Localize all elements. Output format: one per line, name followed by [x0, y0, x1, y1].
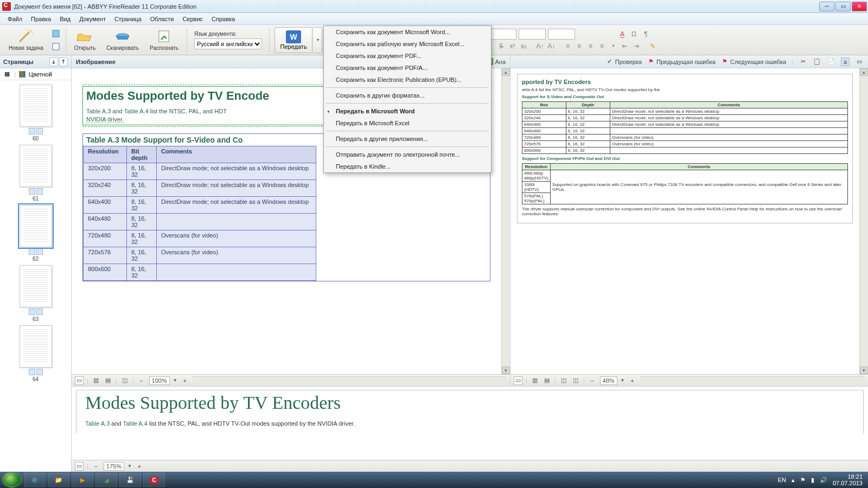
minimize-button[interactable]: ─ — [819, 2, 834, 11]
pages-tool-2[interactable]: ⤒ — [59, 57, 68, 66]
page-thumb[interactable]: 62 — [20, 205, 52, 262]
recognize-button[interactable]: Распознать — [145, 29, 183, 51]
maximize-button[interactable]: ▭ — [835, 2, 851, 11]
tzoom-in[interactable]: + — [628, 376, 637, 385]
rp-tool-3[interactable]: 📄 — [827, 57, 835, 66]
popup-save-epub[interactable]: Сохранить как Electronic Publication (EP… — [312, 74, 491, 86]
popup-send-other[interactable]: Передать в другие приложения... — [312, 133, 491, 145]
tray-flag-icon[interactable]: ⚑ — [800, 477, 806, 484]
tray-vol-icon[interactable]: 🔊 — [820, 477, 827, 484]
style-select[interactable] — [548, 29, 575, 40]
zoom-out[interactable]: − — [137, 376, 146, 385]
font-size-select[interactable] — [519, 29, 546, 40]
popup-save-pdfa[interactable]: Сохранить как документ PDF/A... — [312, 62, 491, 74]
align-left[interactable]: ≡ — [563, 41, 573, 51]
open-button[interactable]: Открыть — [70, 29, 100, 51]
task-ie[interactable]: e — [24, 473, 46, 487]
font-inc-button[interactable]: A↑ — [535, 41, 545, 51]
tzoom-value[interactable]: 48% — [600, 376, 617, 385]
menu-help[interactable]: Справка — [207, 15, 239, 23]
toolbar-small-2[interactable] — [50, 41, 62, 52]
tfoot-5[interactable]: ◫ — [571, 376, 580, 385]
strike-button[interactable]: S̶ — [496, 41, 506, 51]
scan-button[interactable]: Сканировать — [102, 29, 143, 51]
task-finereader[interactable]: C — [143, 473, 165, 487]
menu-areas[interactable]: Области — [146, 15, 178, 23]
language-dropdown[interactable]: Русский и английский — [194, 38, 262, 49]
image-vscroll[interactable]: ▴ ▾ — [501, 68, 510, 374]
tray-clock[interactable]: 18:2107.07.2013 — [833, 473, 863, 486]
tfoot-2[interactable]: ▥ — [531, 376, 539, 385]
popup-save-pdf[interactable]: Сохранить как документ PDF... — [312, 50, 491, 62]
bzoom-in[interactable]: + — [135, 462, 144, 471]
tfoot-3[interactable]: ▤ — [542, 376, 551, 385]
popup-send-email[interactable]: Отправить документ по электронной почте.… — [312, 149, 491, 160]
menu-service[interactable]: Сервис — [178, 15, 207, 23]
close-button[interactable]: ✕ — [852, 2, 867, 11]
align-center[interactable]: ≡ — [575, 41, 584, 51]
popup-send-excel[interactable]: Передать в Microsoft Excel — [312, 117, 491, 129]
indent-inc[interactable]: ⇥ — [631, 41, 641, 51]
next-error-button[interactable]: ⚑Следующая ошибка — [721, 57, 786, 66]
indent-dec[interactable]: ⇤ — [620, 41, 630, 51]
zoom-value[interactable]: 100% — [149, 376, 170, 385]
tzoom-out[interactable]: − — [588, 376, 597, 385]
menu-edit[interactable]: Правка — [27, 15, 55, 23]
rp-tool-5[interactable]: ▭ — [855, 57, 864, 66]
check-button[interactable]: ✔Проверка — [606, 57, 642, 66]
tray-up-icon[interactable]: ▴ — [792, 477, 795, 484]
align-right[interactable]: ≡ — [586, 41, 596, 51]
page-thumb[interactable]: 63 — [20, 265, 52, 322]
list-bullet[interactable]: • — [609, 41, 618, 51]
start-button[interactable] — [2, 472, 22, 487]
sub-button[interactable]: x₂ — [519, 41, 529, 51]
menu-view[interactable]: Вид — [55, 15, 75, 23]
highlight-button[interactable]: ✎ — [648, 41, 658, 51]
popup-save-word[interactable]: Сохранить как документ Microsoft Word... — [312, 26, 491, 38]
popup-save-other[interactable]: Сохранить в других форматах... — [312, 89, 491, 101]
tray-net-icon[interactable]: ▮ — [811, 477, 814, 484]
color-mode-label[interactable]: Цветной — [29, 71, 52, 78]
text-vscroll[interactable]: ▴▾ — [859, 68, 868, 374]
bfoot-1[interactable]: ▭ — [75, 462, 84, 471]
align-justify[interactable]: ≡ — [597, 41, 607, 51]
char-tool-2[interactable]: Ω — [629, 29, 639, 39]
menu-page[interactable]: Страница — [110, 15, 146, 23]
text-preview[interactable]: pported by TV Encoders able A.4 list the… — [510, 68, 859, 374]
popup-save-excel[interactable]: Сохранить как рабочую книгу Microsoft Ex… — [312, 38, 491, 50]
prev-error-button[interactable]: ⚑Предыдущая ошибка — [647, 57, 716, 66]
foot-ico-2[interactable]: ▥ — [92, 376, 100, 385]
menu-file[interactable]: Файл — [3, 15, 27, 23]
pages-tool-1[interactable]: ⤓ — [49, 57, 58, 66]
bzoom-out[interactable]: − — [92, 462, 100, 471]
popup-send-word[interactable]: Передать в Microsoft Word — [312, 105, 491, 117]
zoom-in[interactable]: + — [181, 376, 189, 385]
page-thumb[interactable]: 60 — [20, 85, 52, 142]
char-tool-1[interactable]: A̲ — [617, 29, 627, 39]
send-button[interactable]: W Передать — [275, 27, 312, 53]
rp-tool-4[interactable]: a — [841, 57, 850, 66]
page-thumb[interactable]: 61 — [20, 145, 52, 202]
task-wmp[interactable]: ▶ — [72, 473, 93, 487]
task-app1[interactable]: ◢ — [95, 473, 117, 487]
popup-send-kindle[interactable]: Передать в Kindle... — [312, 160, 491, 172]
page-thumb[interactable]: 64 — [20, 325, 52, 382]
tfoot-1[interactable]: ▭ — [514, 376, 522, 385]
new-task-button[interactable]: Новая задача — [4, 29, 48, 51]
tray-lang[interactable]: EN — [778, 477, 786, 483]
foot-ico-1[interactable]: ▭ — [75, 376, 84, 385]
bottom-body[interactable]: Modes Supported by TV Encoders Table A.3… — [72, 387, 868, 460]
foot-ico-4[interactable]: ◫ — [120, 376, 129, 385]
rp-tool-1[interactable]: ✂ — [799, 57, 807, 66]
foot-ico-3[interactable]: ▤ — [104, 376, 112, 385]
font-dec-button[interactable]: A↓ — [547, 41, 557, 51]
super-button[interactable]: x² — [508, 41, 518, 51]
task-app2[interactable]: 💾 — [119, 473, 141, 487]
tfoot-4[interactable]: ◫ — [559, 376, 568, 385]
task-explorer[interactable]: 📁 — [48, 473, 69, 487]
menu-document[interactable]: Документ — [75, 15, 110, 23]
bzoom-value[interactable]: 175% — [104, 462, 124, 471]
char-tool-3[interactable]: ¶ — [641, 29, 651, 39]
thumbs-view-icon[interactable]: ▦ — [3, 70, 11, 78]
rp-tool-2[interactable]: 📋 — [813, 57, 821, 66]
